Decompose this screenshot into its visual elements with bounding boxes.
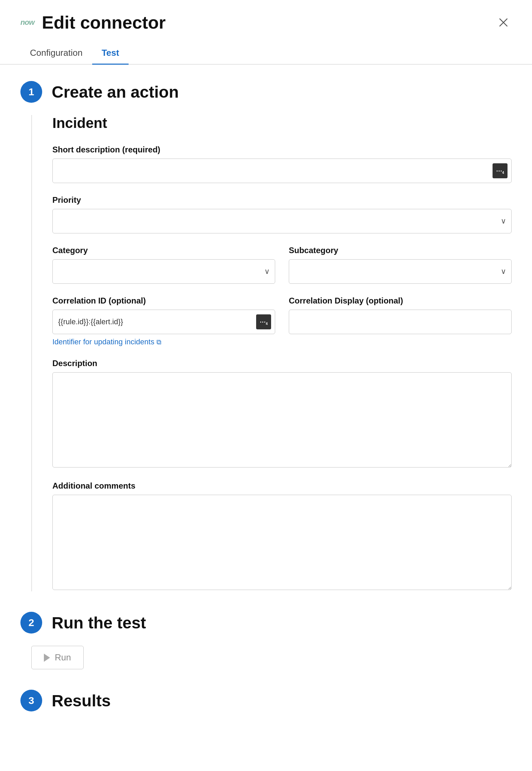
description-label: Description: [52, 359, 512, 368]
identifier-link-text: Identifier for updating incidents: [52, 338, 154, 346]
priority-select-wrapper: ∨: [52, 209, 512, 233]
description-textarea[interactable]: [52, 372, 512, 467]
external-link-icon: ⧉: [156, 338, 161, 346]
priority-select[interactable]: [52, 209, 512, 233]
modal-container: now Edit connector Configuration Test 1 …: [0, 0, 532, 771]
close-button[interactable]: [495, 14, 512, 32]
step-1-header: 1 Create an action: [20, 81, 512, 103]
category-row: Category ∨ Subcategory: [52, 246, 512, 284]
correlation-id-wrapper: ⋯4: [52, 310, 275, 334]
step-3-header: 3 Results: [20, 690, 512, 711]
correlation-display-input[interactable]: [289, 310, 512, 334]
subcategory-select-wrapper: ∨: [289, 259, 512, 284]
step-3-section: 3 Results: [20, 690, 512, 711]
modal-header: now Edit connector: [0, 0, 532, 33]
short-description-wrapper: ⋯4: [52, 159, 512, 183]
now-logo: now: [20, 18, 34, 27]
correlation-display-wrapper: [289, 310, 512, 334]
correlation-id-input[interactable]: [52, 310, 275, 334]
content-area: 1 Create an action Incident Short descri…: [0, 65, 532, 748]
step-2-header: 2 Run the test: [20, 612, 512, 634]
tab-test[interactable]: Test: [92, 42, 129, 65]
subcategory-select[interactable]: [289, 259, 512, 284]
subcategory-col: Subcategory ∨: [289, 246, 512, 284]
step-2-section: 2 Run the test Run: [20, 612, 512, 669]
step-1-badge: 1: [20, 81, 42, 103]
correlation-display-label: Correlation Display (optional): [289, 296, 512, 306]
tab-configuration[interactable]: Configuration: [20, 42, 92, 65]
step-3-title: Results: [52, 691, 111, 710]
category-col: Category ∨: [52, 246, 275, 284]
subcategory-label: Subcategory: [289, 246, 512, 255]
form-card: Incident Short description (required) ⋯4…: [31, 115, 512, 591]
correlation-display-col: Correlation Display (optional): [289, 296, 512, 346]
header-left: now Edit connector: [20, 12, 166, 33]
run-play-icon: [44, 654, 50, 662]
close-icon: [498, 17, 509, 28]
step-3-badge: 3: [20, 690, 42, 711]
correlation-row: Correlation ID (optional) ⋯4 Identifier …: [52, 296, 512, 346]
priority-label: Priority: [52, 195, 512, 205]
tabs-bar: Configuration Test: [0, 42, 532, 65]
category-label: Category: [52, 246, 275, 255]
short-description-label: Short description (required): [52, 145, 512, 154]
correlation-id-col: Correlation ID (optional) ⋯4 Identifier …: [52, 296, 275, 346]
step-2-title: Run the test: [52, 613, 146, 632]
variable-icon: ⋯4: [496, 167, 504, 175]
additional-comments-group: Additional comments: [52, 481, 512, 591]
category-select[interactable]: [52, 259, 275, 284]
page-title: Edit connector: [42, 12, 166, 33]
step-1-section: 1 Create an action Incident Short descri…: [20, 81, 512, 591]
run-button[interactable]: Run: [31, 646, 84, 669]
priority-group: Priority ∨: [52, 195, 512, 233]
incident-section-title: Incident: [52, 115, 512, 131]
step-2-badge: 2: [20, 612, 42, 634]
additional-comments-label: Additional comments: [52, 481, 512, 491]
short-description-group: Short description (required) ⋯4: [52, 145, 512, 183]
short-description-variable-button[interactable]: ⋯4: [493, 163, 508, 178]
variable-icon-2: ⋯4: [260, 318, 268, 326]
short-description-input[interactable]: [52, 159, 512, 183]
description-group: Description: [52, 359, 512, 469]
step-1-title: Create an action: [52, 83, 179, 101]
correlation-id-label: Correlation ID (optional): [52, 296, 275, 306]
identifier-link[interactable]: Identifier for updating incidents ⧉: [52, 338, 161, 346]
correlation-id-variable-button[interactable]: ⋯4: [256, 314, 271, 329]
additional-comments-textarea[interactable]: [52, 495, 512, 590]
run-button-label: Run: [55, 652, 71, 663]
category-select-wrapper: ∨: [52, 259, 275, 284]
